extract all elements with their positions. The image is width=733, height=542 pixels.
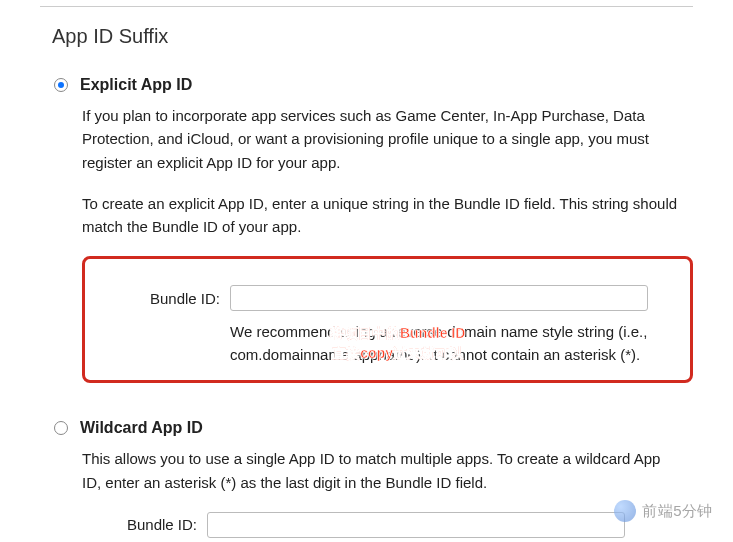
watermark-icon xyxy=(614,500,636,522)
explicit-bundle-row: Bundle ID: xyxy=(105,285,670,311)
bundle-id-highlight-box: Bundle ID: We recommend using a reverse-… xyxy=(82,256,693,383)
explicit-description: If you plan to incorporate app services … xyxy=(82,104,683,238)
annotation-line-1: 将项目中的Bundle ID xyxy=(330,324,465,344)
radio-explicit-icon[interactable] xyxy=(54,78,68,92)
explicit-radio-row[interactable]: Explicit App ID xyxy=(54,76,693,94)
explicit-desc-1: If you plan to incorporate app services … xyxy=(82,104,683,174)
radio-wildcard-icon[interactable] xyxy=(54,421,68,435)
wildcard-label: Wildcard App ID xyxy=(80,419,203,437)
top-divider xyxy=(40,6,693,7)
watermark: 前端5分钟 xyxy=(614,500,713,522)
section-title: App ID Suffix xyxy=(52,25,693,48)
wildcard-bundle-row: Bundle ID: xyxy=(82,512,693,538)
explicit-desc-2: To create an explicit App ID, enter a un… xyxy=(82,192,683,239)
wildcard-description: This allows you to use a single App ID t… xyxy=(82,447,683,494)
wildcard-bundle-input[interactable] xyxy=(207,512,625,538)
wildcard-radio-row[interactable]: Wildcard App ID xyxy=(54,419,693,437)
explicit-bundle-input[interactable] xyxy=(230,285,648,311)
wildcard-desc-1: This allows you to use a single App ID t… xyxy=(82,447,683,494)
watermark-text: 前端5分钟 xyxy=(642,502,713,521)
annotation-line-2: 直接copy过来就可以 xyxy=(330,344,465,364)
explicit-bundle-label: Bundle ID: xyxy=(105,290,230,307)
option-wildcard: Wildcard App ID This allows you to use a… xyxy=(40,419,693,542)
wildcard-bundle-label: Bundle ID: xyxy=(82,516,207,533)
explicit-label: Explicit App ID xyxy=(80,76,192,94)
annotation-overlay: 将项目中的Bundle ID 直接copy过来就可以 xyxy=(330,324,465,363)
